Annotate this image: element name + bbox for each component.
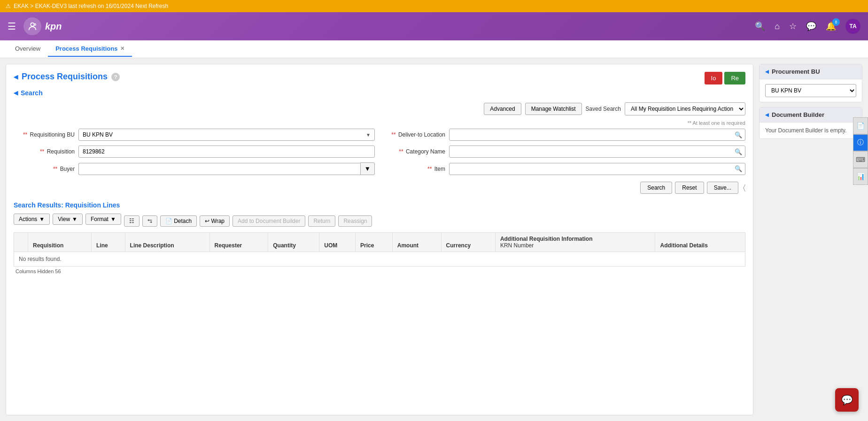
search-button[interactable]: Search (640, 182, 672, 194)
saved-search-label: Saved Search (586, 106, 621, 112)
search-section-title: Search (21, 89, 43, 97)
logo-icon (23, 17, 41, 35)
requisition-row: ** Requisition (14, 145, 375, 158)
search-toolbar: Advanced Manage Watchlist Saved Search A… (14, 102, 745, 115)
item-search-icon[interactable]: 🔍 (732, 165, 745, 172)
add-to-doc-builder-button[interactable]: Add to Document Builder (232, 215, 305, 227)
procurement-bu-toggle-icon: ◀ (765, 69, 769, 74)
deliver-to-location-input[interactable] (450, 129, 732, 140)
reassign-button[interactable]: Reassign (338, 215, 372, 227)
col-additional-details: Additional Details (655, 233, 745, 252)
item-input[interactable] (450, 163, 732, 175)
help-icon[interactable]: ? (111, 73, 120, 81)
buyer-label: ** Buyer (14, 166, 75, 172)
document-builder-empty: Your Document Builder is empty. (765, 127, 856, 134)
tabs-bar: Overview Process Requisitions ✕ (0, 40, 868, 58)
tab-process-requisitions[interactable]: Process Requisitions ✕ (48, 41, 132, 57)
procurement-bu-body: BU KPN BV (760, 79, 862, 102)
page-title: ◀ Process Requisitions ? (14, 72, 705, 82)
deliver-to-location-search-icon[interactable]: 🔍 (732, 131, 745, 138)
re-button[interactable]: Re (724, 72, 745, 84)
hamburger-menu-icon[interactable]: ☰ (8, 21, 16, 32)
svg-point-1 (34, 24, 36, 26)
form-grid: ** Requisitioning BU BU KPN BV ▼ ** Deli… (14, 129, 745, 175)
warning-text: EKAK > EKAK-DEV3 last refresh on 16/01/2… (14, 3, 168, 9)
procurement-bu-header: ◀ Procurement BU (760, 64, 862, 79)
results-table-wrapper: Requisition Line Line Description Reques… (14, 232, 745, 267)
procurement-bu-select[interactable]: BU KPN BV (765, 84, 856, 97)
side-keyboard-icon[interactable]: ⌨ (853, 151, 868, 168)
format-dropdown[interactable]: Format ▼ (85, 214, 121, 225)
grid-icon-btn[interactable]: ☷ (124, 215, 140, 227)
actions-dropdown[interactable]: Actions ▼ (14, 214, 50, 225)
io-button[interactable]: Io (705, 72, 723, 84)
page-title-text: Process Requisitions (22, 72, 108, 82)
expand-icon[interactable]: 〈 (743, 184, 745, 192)
wrap-icon: ↩ (205, 218, 209, 224)
procurement-bu-panel: ◀ Procurement BU BU KPN BV (759, 64, 862, 102)
category-name-search-icon[interactable]: 🔍 (732, 148, 745, 155)
procurement-bu-title: Procurement BU (772, 68, 820, 75)
col-requester: Requester (209, 233, 268, 252)
requisitioning-bu-label: ** Requisitioning BU (14, 131, 75, 138)
actions-dropdown-arrow-icon: ▼ (39, 216, 45, 222)
return-button[interactable]: Return (308, 215, 335, 227)
buyer-input[interactable] (78, 163, 360, 175)
columns-icon-btn[interactable]: ⥃ (142, 215, 157, 227)
requisitioning-bu-row: ** Requisitioning BU BU KPN BV ▼ (14, 129, 375, 141)
detach-button[interactable]: 📄 Detach (160, 215, 197, 227)
format-dropdown-arrow-icon: ▼ (110, 216, 116, 222)
avatar[interactable]: TA (845, 19, 860, 34)
right-panel: ◀ Procurement BU BU KPN BV ◀ Document Bu… (759, 64, 862, 415)
table-select-col (14, 233, 28, 252)
tab-overview-label: Overview (15, 45, 40, 52)
requisition-input[interactable] (78, 145, 375, 158)
logo-area: kpn (23, 17, 62, 35)
top-actions: Io Re (705, 72, 745, 84)
requisitioning-bu-select[interactable]: BU KPN BV ▼ (78, 129, 375, 141)
wrap-button[interactable]: ↩ Wrap (200, 215, 230, 227)
reset-button[interactable]: Reset (675, 182, 704, 194)
advanced-button[interactable]: Advanced (484, 103, 521, 115)
deliver-to-location-input-wrap: 🔍 (449, 129, 745, 141)
results-toolbar: Actions ▼ View ▼ Format ▼ ☷ ⥃ 📄 Detach ↩… (14, 214, 745, 229)
chat-icon[interactable]: 💬 (806, 21, 816, 31)
search-icon[interactable]: 🔍 (755, 21, 765, 31)
detach-icon: 📄 (165, 218, 172, 224)
view-dropdown-arrow-icon: ▼ (72, 216, 78, 222)
header-right: 🔍 ⌂ ☆ 💬 🔔 8 TA (755, 19, 860, 34)
item-input-wrap: 🔍 (449, 163, 745, 175)
chat-button[interactable]: 💬 (835, 388, 859, 412)
home-icon[interactable]: ⌂ (775, 22, 780, 31)
side-doc-icon[interactable]: 📄 (853, 117, 868, 134)
tab-overview[interactable]: Overview (8, 41, 48, 57)
buyer-dropdown-btn[interactable]: ▼ (360, 162, 375, 175)
save-button[interactable]: Save... (707, 182, 738, 194)
dropdown-arrow-icon: ▼ (366, 132, 371, 138)
star-icon[interactable]: ☆ (789, 21, 797, 31)
col-additional-req-info: Additional Requisition InformationKRN Nu… (495, 233, 655, 252)
view-dropdown[interactable]: View ▼ (53, 214, 83, 225)
saved-search-select[interactable]: All My Requisition Lines Requiring Actio… (625, 102, 745, 115)
no-results-row: No results found. (14, 252, 745, 267)
col-requisition: Requisition (28, 233, 92, 252)
tab-close-icon[interactable]: ✕ (120, 46, 124, 52)
manage-watchlist-button[interactable]: Manage Watchlist (525, 103, 582, 115)
col-currency: Currency (441, 233, 495, 252)
title-row: Io Re ◀ Process Requisitions ? (14, 72, 745, 89)
requisitioning-bu-value: BU KPN BV (83, 131, 113, 138)
header-left: ☰ kpn (8, 17, 62, 35)
category-name-input[interactable] (450, 146, 732, 157)
item-row: ** Item 🔍 (384, 162, 745, 175)
header: ☰ kpn 🔍 ⌂ ☆ 💬 🔔 8 TA (0, 12, 868, 40)
deliver-to-location-row: ** Deliver-to Location 🔍 (384, 129, 745, 141)
notification-icon[interactable]: 🔔 8 (826, 21, 836, 31)
search-actions: Search Reset Save... 〈 (14, 182, 745, 194)
col-quantity: Quantity (268, 233, 319, 252)
category-name-row: ** Category Name 🔍 (384, 145, 745, 158)
side-info-icon[interactable]: ⓘ (853, 134, 868, 151)
document-builder-body: Your Document Builder is empty. (760, 122, 862, 138)
side-chart-icon[interactable]: 📊 (853, 168, 868, 185)
tab-process-requisitions-label: Process Requisitions (55, 45, 117, 52)
left-panel: Io Re ◀ Process Requisitions ? ◀ Search … (6, 64, 753, 415)
